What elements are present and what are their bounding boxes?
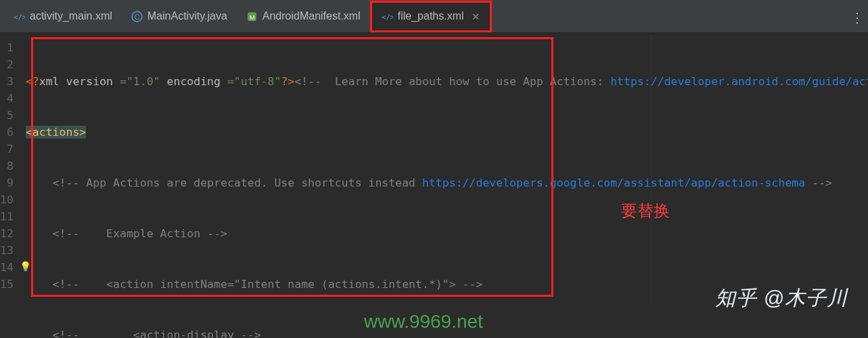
- tab-main-activity[interactable]: C MainActivity.java: [122, 1, 237, 32]
- annotation-text: 要替换: [621, 200, 670, 222]
- tab-file-paths[interactable]: </> file_paths.xml ✕: [370, 1, 492, 32]
- line-number: 14: [0, 259, 14, 276]
- tab-label: AndroidManifest.xml: [262, 10, 361, 22]
- line-number: 10: [0, 191, 14, 208]
- java-class-icon: C: [131, 11, 143, 22]
- tab-label: MainActivity.java: [147, 10, 227, 22]
- tab-label: file_paths.xml: [398, 10, 464, 22]
- tab-activity-main[interactable]: </> activity_main.xml: [4, 1, 122, 32]
- line-number: 8: [0, 158, 14, 174]
- line-number: 2: [0, 56, 14, 73]
- line-number: 5: [0, 107, 14, 124]
- svg-text:M: M: [250, 13, 255, 20]
- watermark-url: www.9969.net: [364, 311, 483, 333]
- tab-overflow-menu-icon[interactable]: ⋮: [850, 9, 864, 26]
- line-number: 1: [0, 39, 14, 56]
- svg-text:</>: </>: [14, 12, 25, 21]
- xml-icon: </>: [14, 11, 25, 22]
- line-number: 6: [0, 124, 14, 141]
- line-number: 12: [0, 225, 14, 242]
- line-gutter: 1 2 3 4 5 6 7 8 9 10 11 12 13 14 15 💡: [0, 33, 20, 338]
- line-number: 13: [0, 242, 14, 259]
- line-number: 11: [0, 208, 14, 225]
- close-icon[interactable]: ✕: [472, 11, 480, 22]
- svg-text:C: C: [135, 12, 140, 20]
- watermark-author: 知乎 @木子川: [715, 285, 848, 312]
- tab-bar: </> activity_main.xml C MainActivity.jav…: [0, 0, 868, 33]
- line-number: 4: [0, 90, 14, 107]
- tab-android-manifest[interactable]: M AndroidManifest.xml: [237, 1, 370, 32]
- tab-label: activity_main.xml: [30, 10, 112, 22]
- svg-text:</>: </>: [382, 12, 393, 21]
- line-number: 9: [0, 174, 14, 191]
- soft-wrap-margin: [651, 37, 652, 304]
- line-number: 15: [0, 276, 14, 293]
- xml-icon: </>: [382, 11, 393, 22]
- line-number: 7: [0, 141, 14, 158]
- manifest-icon: M: [246, 11, 258, 22]
- line-number: 3: [0, 73, 14, 90]
